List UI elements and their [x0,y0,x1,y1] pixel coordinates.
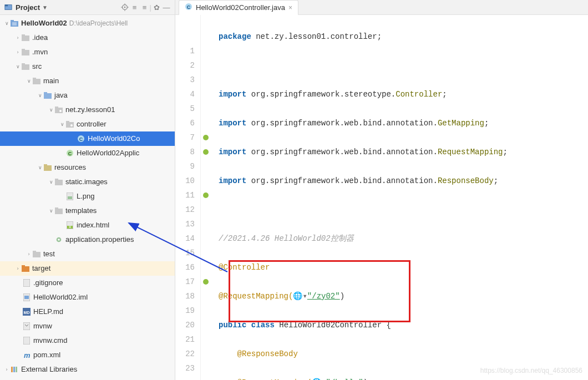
module-icon [10,19,19,28]
tree-item-src[interactable]: ∨src [0,59,175,74]
tree-label: pom.xml [33,349,60,361]
tree-item[interactable]: Scratches and Consoles [0,377,175,380]
svg-point-64 [203,149,209,155]
tree-label: static.images [65,176,108,188]
sidebar-title[interactable]: Project [16,3,40,12]
tree-item-selected[interactable]: CHelloWorld02Co [0,131,175,146]
tree-item[interactable]: CHelloWorld02Applic [0,146,175,160]
tree-item[interactable]: ∨java [0,88,175,103]
tree-label: test [43,248,55,260]
editor: C HelloWorld02Controller.java × 12345678… [175,0,588,380]
iml-file-icon [22,293,31,302]
tree-item[interactable]: ›.mvn [0,45,175,59]
gutter-icons [201,15,211,380]
svg-point-26 [70,124,73,126]
tree-label: index.html [77,219,109,231]
tree-label: mvnw.cmd [33,335,67,347]
file-icon [22,322,31,331]
folder-icon [32,77,41,85]
svg-rect-50 [24,296,29,299]
tree-label: .idea [32,32,48,44]
gutter-spring-icon[interactable] [201,145,211,159]
file-icon [22,336,31,345]
tree-item[interactable]: application.properties [0,232,175,247]
tree-item[interactable]: ∨controller [0,117,175,131]
svg-text:C: C [68,151,72,156]
tree-item[interactable]: ›.idea [0,31,175,45]
tree-item[interactable]: ∨main [0,74,175,88]
tree-path: D:\ideaProjects\Hell [69,17,128,29]
editor-tab[interactable]: C HelloWorld02Controller.java × [179,0,298,15]
tree-item[interactable]: mvnw.cmd [0,333,175,348]
tree-item[interactable]: ∨resources [0,160,175,175]
class-icon: C [65,149,74,158]
code-area[interactable]: package net.zy.lesson01.controller; impo… [211,15,588,380]
svg-rect-25 [66,121,69,123]
tab-label: HelloWorld02Controller.java [196,3,285,12]
tree-label: java [54,89,68,102]
svg-text:MD: MD [24,311,30,315]
svg-point-43 [58,239,59,240]
properties-file-icon [54,235,63,244]
svg-rect-34 [55,179,58,181]
hide-icon[interactable]: — [161,2,171,12]
locate-icon[interactable] [120,2,130,12]
svg-rect-10 [12,22,17,26]
tree-item[interactable]: ›target [0,261,175,276]
svg-rect-18 [33,78,36,80]
tree-item[interactable]: ›test [0,247,175,261]
tree-item[interactable]: mvnw [0,319,175,333]
folder-icon [54,178,63,186]
svg-rect-20 [44,92,47,94]
tree-item[interactable]: .gitignore [0,276,175,290]
tree-item[interactable]: ∨templates [0,204,175,218]
svg-rect-54 [23,337,30,344]
gutter-spring-icon[interactable] [201,275,211,289]
close-icon[interactable]: × [288,4,292,12]
tree-label: controller [77,118,106,130]
tree-item[interactable]: HelloWorld02.iml [0,290,175,305]
tree-label: main [43,75,59,87]
watermark: https://blog.csdn.net/qq_46300856 [480,367,582,374]
tree-label: target [32,262,50,275]
tree-label: HelloWorld02Applic [77,147,139,159]
svg-rect-1 [5,5,8,7]
tree-root[interactable]: ∨HelloWorld02D:\ideaProjects\Hell [0,16,175,31]
tree-label: HelloWorld02Co [88,133,140,145]
svg-rect-36 [68,196,72,199]
project-sidebar: Project ▼ ≡ ≡ | ✿ — ∨HelloWorld02D:\idea… [0,0,175,380]
svg-rect-22 [55,107,58,109]
project-tree[interactable]: ∨HelloWorld02D:\ideaProjects\Hell ›.idea… [0,15,175,380]
tree-item[interactable]: ∨net.zy.lesson01 [0,103,175,117]
tree-item[interactable]: mpom.xml [0,348,175,362]
svg-rect-56 [11,367,13,372]
svg-rect-14 [22,49,25,51]
editor-body[interactable]: 1234567891011121314151617181920212223 pa… [175,15,588,380]
tree-item[interactable]: MDHELP.md [0,305,175,319]
tree-item[interactable]: L.png [0,189,175,204]
tree-item[interactable]: ›External Libraries [0,362,175,377]
collapse-all-icon[interactable]: ≡ [140,2,150,12]
class-icon: C [77,134,85,143]
settings-icon[interactable]: ✿ [151,2,161,12]
svg-rect-16 [22,63,25,65]
libraries-icon [10,365,19,374]
svg-text:C: C [187,4,191,10]
editor-tabbar: C HelloWorld02Controller.java × [175,0,588,15]
md-file-icon: MD [22,307,31,316]
package-icon [54,105,63,114]
tree-item-indexhtml[interactable]: Hindex.html [0,218,175,232]
html-file-icon: H [65,221,74,230]
svg-text:H: H [69,225,71,229]
folder-icon [21,62,30,71]
tree-label: Scratches and Consoles [21,378,99,380]
svg-rect-9 [11,20,14,22]
tree-label: templates [65,205,97,217]
gutter-spring-icon[interactable] [201,130,211,145]
dropdown-icon[interactable]: ▼ [42,4,48,11]
expand-all-icon[interactable]: ≡ [130,2,140,12]
tree-item[interactable]: ∨static.images [0,175,175,189]
gutter-spring-icon[interactable] [201,188,211,202]
svg-point-63 [203,135,209,140]
resources-folder-icon [43,163,52,172]
